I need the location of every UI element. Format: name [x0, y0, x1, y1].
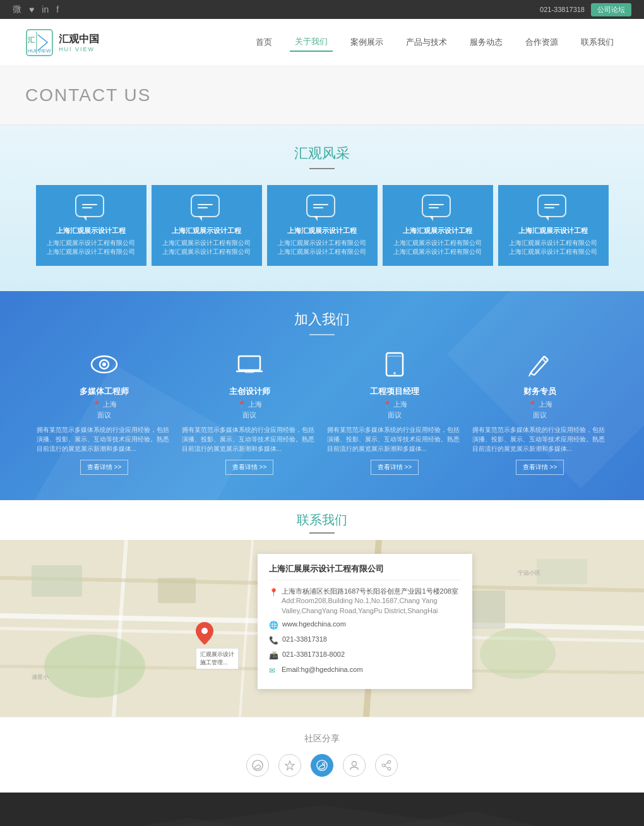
job-location-2: 📍 上海 [182, 400, 318, 409]
top-bar-social: 微 ♥ in f [13, 4, 59, 15]
top-bar-right: 021-33817318 公司论坛 [540, 3, 631, 16]
nav-home[interactable]: 首页 [251, 33, 277, 51]
nav-cases[interactable]: 案例展示 [345, 33, 388, 51]
chat-line-short [544, 207, 554, 208]
chat-line-short [82, 207, 92, 208]
job-salary-1: 面议 [37, 410, 172, 420]
card-desc-1: 上海汇观展示设计工程有限公司 上海汇观展示设计工程有限公司 [42, 239, 140, 256]
nav-links: 首页 关于我们 案例展示 产品与技术 服务动态 合作资源 联系我们 [251, 33, 619, 52]
job-card-2: 主创设计师 📍 上海 面议 拥有某范范示多媒体系统的行业应用经验，包括演播、投影… [182, 351, 318, 475]
nav-contact[interactable]: 联系我们 [576, 33, 619, 51]
weibo-share-icon[interactable] [246, 754, 269, 777]
dark-decoration [0, 793, 644, 826]
social-section: 社区分享 [0, 717, 644, 793]
job-card-3: 工程项目经理 📍 上海 面议 拥有某范范示多媒体系统的行业应用经验，包括演播、投… [327, 351, 463, 475]
contact-phone1: 📞 021-33817318 [269, 635, 461, 646]
contact-title-bar: 联系我们 [0, 500, 644, 540]
designer-icon-wrap [182, 351, 318, 380]
nav-services[interactable]: 服务动态 [465, 33, 508, 51]
huiguan-card-5[interactable]: 上海汇观展示设计工程 上海汇观展示设计工程有限公司 上海汇观展示设计工程有限公司 [498, 185, 609, 266]
svg-point-42 [388, 760, 391, 763]
eye-icon [88, 351, 120, 378]
huiguan-cards: 上海汇观展示设计工程 上海汇观展示设计工程有限公司 上海汇观展示设计工程有限公司… [13, 185, 631, 266]
map-section: 阳阳公寓 宁远小区 浦星小 汇观展示设计施工管理... 上海汇展展示设计工程有限… [0, 540, 644, 717]
job-salary-4: 面议 [472, 410, 608, 420]
svg-point-31 [44, 635, 145, 698]
contact-section-divider [309, 532, 335, 534]
nav-products[interactable]: 产品与技术 [401, 33, 452, 51]
job-salary-2: 面议 [182, 410, 318, 420]
card-name-4: 上海汇观展示设计工程 [389, 226, 487, 236]
wechat-icon[interactable]: ♥ [29, 4, 34, 15]
job-title-3: 工程项目经理 [327, 386, 463, 397]
card-desc-2: 上海汇观展示设计工程有限公司 上海汇观展示设计工程有限公司 [158, 239, 256, 256]
svg-point-40 [323, 763, 325, 765]
person-share-icon[interactable] [343, 754, 366, 777]
chat-icon-3 [306, 195, 338, 220]
pm-icon-wrap [327, 351, 463, 380]
pin-icon-4: 📍 [528, 400, 537, 409]
logo[interactable]: 汇 HUI VIEW 汇观中国 HUI VIEW [25, 28, 99, 57]
job-btn-2[interactable]: 查看详情 >> [225, 460, 273, 475]
svg-point-44 [382, 764, 385, 767]
huiguan-card-2[interactable]: 上海汇观展示设计工程 上海汇观展示设计工程有限公司 上海汇观展示设计工程有限公司 [152, 185, 262, 266]
job-desc-3: 拥有某范范示多媒体系统的行业应用经验，包括演播、投影、展示、互动等技术应用经验。… [327, 425, 463, 453]
job-desc-2: 拥有某范范示多媒体系统的行业应用经验，包括演播、投影、展示、互动等技术应用经验。… [182, 425, 318, 453]
phone-icon-1: 📞 [269, 635, 278, 646]
job-btn-4[interactable]: 查看详情 >> [516, 460, 564, 475]
chat-icon-1 [75, 195, 107, 220]
nav-about[interactable]: 关于我们 [290, 33, 333, 52]
card-name-2: 上海汇观展示设计工程 [158, 226, 256, 236]
contact-phone2: 📠 021-33817318-8002 [269, 650, 461, 661]
contact-email: ✉ Email:hg@hgedchina.com [269, 665, 461, 676]
card-name-1: 上海汇观展示设计工程 [42, 226, 140, 236]
contact-website: 🌐 www.hgedchina.com [269, 620, 461, 631]
page-title: CONTACT US [25, 85, 619, 105]
linkedin-icon[interactable]: in [42, 4, 49, 15]
huiguan-card-1[interactable]: 上海汇观展示设计工程 上海汇观展示设计工程有限公司 上海汇观展示设计工程有限公司 [36, 185, 146, 266]
share-icon[interactable] [375, 754, 398, 777]
multimedia-icon-wrap [37, 351, 172, 380]
logo-icon: 汇 HUI VIEW [25, 28, 54, 57]
svg-rect-30 [537, 559, 587, 584]
svg-marker-38 [285, 761, 294, 770]
job-btn-1[interactable]: 查看详情 >> [80, 460, 128, 475]
nav-bar: 汇 HUI VIEW 汇观中国 HUI VIEW 首页 关于我们 案例展示 产品… [0, 19, 644, 66]
huiguan-card-4[interactable]: 上海汇观展示设计工程 上海汇观展示设计工程有限公司 上海汇观展示设计工程有限公司 [383, 185, 493, 266]
job-cards: 多媒体工程师 📍 上海 面议 拥有某范范示多媒体系统的行业应用经验，包括演播、投… [13, 351, 631, 475]
contact-address: 📍 上海市杨浦区长阳路1687号长阳谷创意产业园1号楼208室 Add:Room… [269, 587, 461, 616]
job-btn-3[interactable]: 查看详情 >> [371, 460, 419, 475]
huiguan-section: 汇观风采 上海汇观展示设计工程 上海汇观展示设计工程有限公司 上海汇观展示设计工… [0, 125, 644, 291]
chat-line-short [198, 207, 208, 208]
job-title-2: 主创设计师 [182, 386, 318, 397]
map-pin: 汇观展示设计施工管理... [196, 622, 239, 669]
chat-line [198, 204, 213, 205]
nav-partners[interactable]: 合作资源 [520, 33, 563, 51]
chat-line [313, 204, 328, 205]
contact-card: 上海汇展展示设计工程有限公司 📍 上海市杨浦区长阳路1687号长阳谷创意产业园1… [258, 554, 472, 689]
favorite-share-icon[interactable] [278, 754, 301, 777]
svg-line-45 [385, 763, 388, 765]
pin-icon-1: 📍 [92, 400, 101, 409]
laptop-icon [234, 351, 265, 378]
contact-company: 上海汇展展示设计工程有限公司 [269, 563, 461, 580]
weibo-active-share-icon[interactable] [311, 754, 333, 777]
svg-rect-9 [245, 371, 254, 373]
huiguan-divider [309, 168, 335, 169]
blog-button[interactable]: 公司论坛 [591, 3, 631, 16]
facebook-icon[interactable]: f [56, 4, 59, 15]
chat-line-short [313, 207, 323, 208]
join-section: 加入我们 多媒体工程师 📍 上海 面议 拥有某范范示多媒体系统的行业应用经验，包… [0, 291, 644, 500]
card-desc-3: 上海汇观展示设计工程有限公司 上海汇观展示设计工程有限公司 [273, 239, 371, 256]
weibo-icon[interactable]: 微 [13, 4, 21, 15]
email-icon: ✉ [269, 666, 278, 676]
pin-icon-3: 📍 [383, 400, 391, 409]
job-card-1: 多媒体工程师 📍 上海 面议 拥有某范范示多媒体系统的行业应用经验，包括演播、投… [37, 351, 172, 475]
huiguan-card-3[interactable]: 上海汇观展示设计工程 上海汇观展示设计工程有限公司 上海汇观展示设计工程有限公司 [267, 185, 378, 266]
pin-icon-2: 📍 [237, 400, 246, 409]
svg-rect-27 [32, 565, 82, 597]
svg-point-6 [102, 362, 106, 366]
card-desc-4: 上海汇观展示设计工程有限公司 上海汇观展示设计工程有限公司 [389, 239, 487, 256]
tablet-icon [379, 351, 410, 378]
pin-label: 汇观展示设计施工管理... [196, 648, 239, 669]
